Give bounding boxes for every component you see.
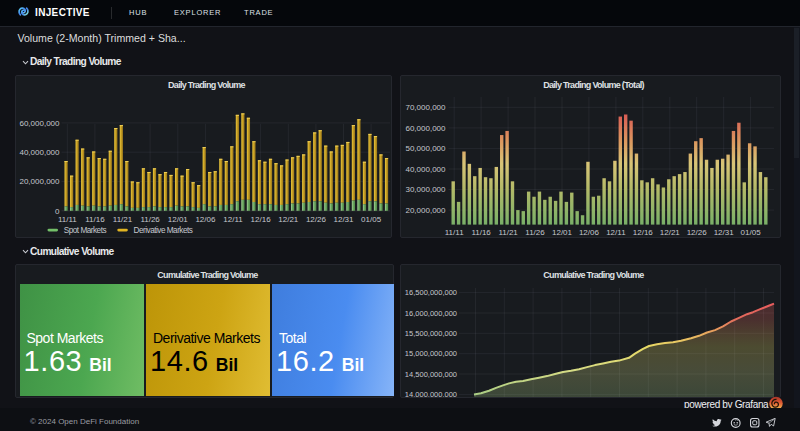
svg-text:11/26: 11/26 [140,215,160,224]
svg-text:11/16: 11/16 [85,215,105,224]
svg-text:40,000,000: 40,000,000 [405,165,446,174]
svg-text:12/01: 12/01 [552,228,573,237]
svg-text:12/16: 12/16 [251,215,272,224]
svg-text:60,000,000: 60,000,000 [19,119,60,128]
svg-text:50,000,000: 50,000,000 [405,144,446,153]
svg-text:12/26: 12/26 [306,215,327,224]
svg-text:12/06: 12/06 [195,215,216,224]
svg-text:11/16: 11/16 [471,228,491,237]
svg-text:20,000,000: 20,000,000 [19,177,60,186]
svg-text:12/06: 12/06 [579,228,600,237]
svg-text:12/31: 12/31 [333,215,354,224]
svg-text:Spot Markets: Spot Markets [64,226,107,235]
svg-text:20,000,000: 20,000,000 [405,206,446,215]
svg-text:15,500,000,000: 15,500,000,000 [405,329,457,338]
svg-text:16,500,000,000: 16,500,000,000 [405,288,457,297]
svg-text:12/11: 12/11 [223,215,243,224]
svg-text:01/05: 01/05 [361,215,382,224]
svg-text:11/11: 11/11 [445,228,464,237]
svg-text:30,000,000: 30,000,000 [405,185,446,194]
svg-text:15,000,000,000: 15,000,000,000 [405,349,457,358]
svg-text:11/11: 11/11 [58,215,77,224]
svg-text:14,000,000,000: 14,000,000,000 [405,390,457,397]
svg-text:12/31: 12/31 [714,228,735,237]
svg-text:11/26: 11/26 [525,228,545,237]
svg-text:12/26: 12/26 [687,228,708,237]
svg-text:60,000,000: 60,000,000 [405,124,446,133]
svg-text:12/11: 12/11 [606,228,626,237]
svg-text:14,500,000,000: 14,500,000,000 [405,370,457,379]
svg-text:40,000,000: 40,000,000 [19,148,60,157]
svg-text:12/21: 12/21 [278,215,299,224]
svg-text:16,000,000,000: 16,000,000,000 [405,309,457,318]
svg-text:01/05: 01/05 [741,228,762,237]
svg-text:12/01: 12/01 [168,215,189,224]
svg-text:70,000,000: 70,000,000 [405,103,446,112]
svg-text:11/21: 11/21 [498,228,518,237]
svg-text:12/16: 12/16 [633,228,654,237]
svg-text:12/21: 12/21 [660,228,681,237]
svg-text:Derivative Markets: Derivative Markets [134,226,193,235]
svg-text:11/21: 11/21 [113,215,133,224]
